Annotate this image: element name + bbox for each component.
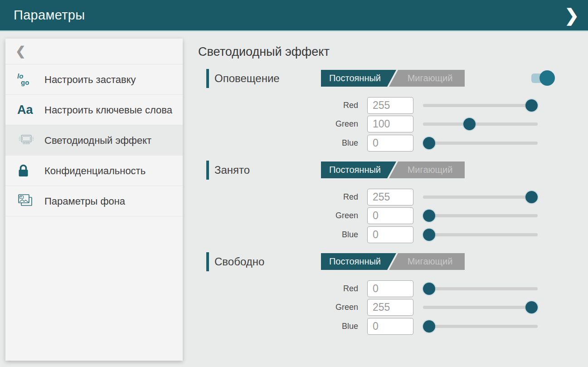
section-free-header: Свободно Постоянный Мигающий xyxy=(198,253,565,270)
red-value-input[interactable] xyxy=(367,189,413,206)
keywords-icon-text: Aa xyxy=(17,103,33,116)
sidebar: ❮ lo go Настроить заставку Aa Настроить … xyxy=(5,39,183,361)
channel-label: Red xyxy=(289,97,358,114)
page-title: Параметры xyxy=(14,8,85,23)
sidebar-item-screensaver[interactable]: lo go Настроить заставку xyxy=(5,64,183,95)
logo-icon: lo go xyxy=(17,73,44,86)
mode-segmented-control: Постоянный Мигающий xyxy=(321,161,465,178)
led-monitor-icon xyxy=(17,133,44,147)
slider-thumb[interactable] xyxy=(423,320,435,333)
slider-track[interactable] xyxy=(423,142,538,145)
channel-label: Blue xyxy=(289,135,358,152)
section-accent-bar xyxy=(206,252,209,271)
green-slider[interactable] xyxy=(423,116,538,132)
sidebar-item-label: Настроить заставку xyxy=(44,73,136,86)
channel-row-blue: Blue xyxy=(198,226,565,243)
mode-blinking-button[interactable]: Мигающий xyxy=(389,70,465,87)
green-slider[interactable] xyxy=(423,299,538,316)
app-header: Параметры ❯ xyxy=(0,0,588,31)
green-value-input[interactable] xyxy=(367,207,413,224)
blue-value-input[interactable] xyxy=(367,135,413,152)
channel-row-red: Red xyxy=(198,189,565,206)
section-free: Свободно Постоянный Мигающий Red Green B… xyxy=(198,253,565,338)
red-value-input[interactable] xyxy=(367,280,413,297)
slider-track[interactable] xyxy=(423,196,538,199)
green-value-input[interactable] xyxy=(367,299,413,316)
red-slider[interactable] xyxy=(423,280,538,297)
slider-thumb[interactable] xyxy=(525,191,538,203)
green-slider[interactable] xyxy=(423,207,538,224)
slider-thumb[interactable] xyxy=(525,99,538,112)
sidebar-item-label: Конфиденциальность xyxy=(44,164,146,177)
channel-label: Blue xyxy=(289,226,358,243)
channel-label: Green xyxy=(289,116,358,132)
forward-chevron-icon[interactable]: ❯ xyxy=(564,5,579,26)
slider-track[interactable] xyxy=(423,104,538,107)
content-title: Светодиодный эффект xyxy=(198,45,330,59)
lock-icon xyxy=(17,164,44,178)
sidebar-item-background[interactable]: Параметры фона xyxy=(5,186,183,216)
slider-track[interactable] xyxy=(423,287,538,290)
red-value-input[interactable] xyxy=(367,97,413,114)
slider-track[interactable] xyxy=(423,214,538,217)
background-images-icon xyxy=(17,193,44,209)
channel-label: Red xyxy=(289,280,358,297)
channel-row-red: Red xyxy=(198,97,565,114)
sidebar-collapse-button[interactable]: ❮ xyxy=(5,39,183,64)
blue-slider[interactable] xyxy=(423,318,538,335)
slider-track[interactable] xyxy=(423,122,538,126)
blue-slider[interactable] xyxy=(423,226,538,243)
red-slider[interactable] xyxy=(423,189,538,206)
sidebar-item-keywords[interactable]: Aa Настроить ключевые слова xyxy=(5,95,183,125)
green-value-input[interactable] xyxy=(367,116,413,132)
slider-thumb[interactable] xyxy=(525,301,538,313)
blue-value-input[interactable] xyxy=(367,318,413,335)
mode-solid-button[interactable]: Постоянный xyxy=(321,161,396,178)
toggle-thumb xyxy=(539,70,555,86)
section-accent-bar xyxy=(206,161,209,180)
mode-blinking-button[interactable]: Мигающий xyxy=(389,253,465,270)
section-title: Свободно xyxy=(214,253,264,270)
channel-label: Blue xyxy=(289,318,358,335)
mode-solid-button[interactable]: Постоянный xyxy=(321,253,396,270)
slider-track[interactable] xyxy=(423,233,538,236)
section-alert-header: Оповещение Постоянный Мигающий xyxy=(198,70,565,87)
mode-segmented-control: Постоянный Мигающий xyxy=(321,253,465,270)
mode-blinking-button[interactable]: Мигающий xyxy=(389,161,465,178)
mode-segmented-control: Постоянный Мигающий xyxy=(321,70,465,87)
red-slider[interactable] xyxy=(423,97,538,114)
section-busy: Занято Постоянный Мигающий Red Green Blu… xyxy=(198,161,565,246)
slider-thumb[interactable] xyxy=(423,137,435,149)
sidebar-item-label: Светодиодный эффект xyxy=(44,134,151,147)
channel-row-green: Green xyxy=(198,116,565,132)
channel-label: Green xyxy=(289,207,358,224)
section-busy-header: Занято Постоянный Мигающий xyxy=(198,161,565,179)
section-title: Оповещение xyxy=(214,70,280,87)
logo-icon-text-bottom: go xyxy=(21,79,29,86)
channel-label: Red xyxy=(289,189,358,206)
section-alert: Оповещение Постоянный Мигающий Red Green… xyxy=(198,70,565,154)
section-title: Занято xyxy=(214,161,250,179)
slider-track[interactable] xyxy=(423,306,538,309)
slider-track[interactable] xyxy=(423,325,538,328)
sidebar-item-led-effect[interactable]: Светодиодный эффект xyxy=(5,125,183,156)
slider-thumb[interactable] xyxy=(423,283,435,295)
sidebar-item-label: Параметры фона xyxy=(44,195,125,208)
channel-row-blue: Blue xyxy=(198,318,565,335)
blue-value-input[interactable] xyxy=(367,226,413,243)
channel-label: Green xyxy=(289,299,358,316)
sidebar-item-privacy[interactable]: Конфиденциальность xyxy=(5,156,183,186)
alert-enable-toggle[interactable] xyxy=(531,70,555,86)
back-chevron-icon: ❮ xyxy=(15,44,26,59)
sidebar-item-label: Настроить ключевые слова xyxy=(44,103,172,117)
mode-solid-button[interactable]: Постоянный xyxy=(321,70,396,87)
slider-thumb[interactable] xyxy=(423,229,435,241)
keywords-icon: Aa xyxy=(17,103,44,116)
slider-thumb[interactable] xyxy=(463,118,476,130)
channel-row-green: Green xyxy=(198,299,565,316)
slider-thumb[interactable] xyxy=(423,210,435,222)
section-accent-bar xyxy=(206,69,209,88)
blue-slider[interactable] xyxy=(423,135,538,152)
channel-row-red: Red xyxy=(198,280,565,297)
channel-row-green: Green xyxy=(198,207,565,224)
